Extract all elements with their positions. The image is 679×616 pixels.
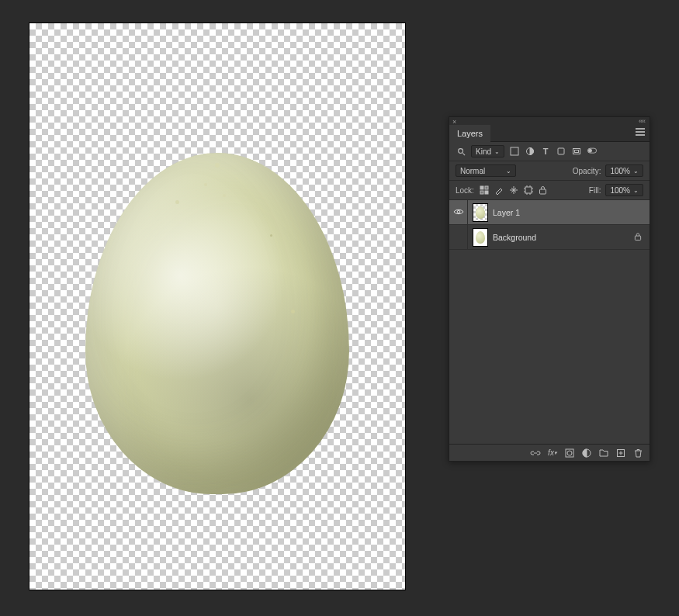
svg-rect-16	[635, 236, 640, 240]
lock-all-icon[interactable]	[538, 185, 549, 196]
eye-icon	[453, 208, 464, 217]
svg-rect-5	[573, 149, 580, 154]
svg-point-8	[588, 149, 591, 152]
blend-row: Normal ⌄ Opacity: 100% ⌄	[449, 161, 650, 181]
layer-row[interactable]: Layer 1	[449, 200, 650, 225]
search-icon[interactable]	[456, 146, 466, 157]
filter-kind-dropdown[interactable]: Kind ⌄	[471, 145, 504, 157]
group-icon[interactable]	[598, 448, 609, 459]
new-layer-icon[interactable]	[615, 448, 626, 459]
lock-position-icon[interactable]	[508, 185, 519, 196]
transparency-grid	[29, 23, 405, 590]
visibility-toggle[interactable]	[449, 200, 468, 224]
canvas-content-egg	[85, 153, 349, 494]
blend-mode-value: Normal	[460, 167, 485, 175]
svg-rect-9	[480, 186, 483, 189]
panel-footer: fx▾	[449, 444, 650, 461]
fill-value: 100%	[610, 186, 630, 195]
tab-layers[interactable]: Layers	[449, 125, 490, 142]
lock-label: Lock:	[456, 186, 474, 195]
opacity-label: Opacity:	[573, 167, 601, 175]
chevron-down-icon: ⌄	[633, 168, 639, 175]
opacity-value: 100%	[610, 167, 630, 175]
panel-tabs: Layers	[449, 125, 650, 142]
svg-rect-10	[485, 186, 488, 189]
filter-shape-icon[interactable]	[556, 146, 566, 157]
svg-point-18	[567, 451, 572, 455]
svg-rect-2	[511, 147, 518, 155]
blend-mode-dropdown[interactable]: Normal ⌄	[456, 164, 516, 177]
document-canvas[interactable]	[29, 23, 405, 590]
layer-filter-row: Kind ⌄ T	[449, 142, 650, 161]
delete-layer-icon[interactable]	[632, 448, 643, 459]
svg-rect-12	[485, 191, 488, 194]
lock-pixels-icon[interactable]	[494, 185, 504, 196]
lock-transparency-icon[interactable]	[479, 185, 490, 196]
visibility-toggle[interactable]	[449, 225, 468, 249]
svg-rect-11	[480, 191, 483, 194]
filter-toggle-icon[interactable]	[587, 146, 598, 157]
filter-smart-icon[interactable]	[571, 146, 582, 157]
lock-row: Lock: Fill: 100% ⌄	[449, 181, 650, 200]
fill-label: Fill:	[589, 186, 601, 195]
layer-thumbnail[interactable]	[473, 228, 488, 247]
filter-type-icon[interactable]: T	[540, 146, 551, 157]
filter-pixel-icon[interactable]	[509, 146, 520, 157]
layer-list: Layer 1 Background	[449, 200, 650, 444]
layer-style-icon[interactable]: fx▾	[547, 448, 558, 459]
svg-rect-14	[540, 189, 546, 194]
link-layers-icon[interactable]	[530, 448, 541, 459]
lock-artboard-icon[interactable]	[523, 185, 534, 196]
chevron-down-icon: ⌄	[633, 187, 639, 194]
filter-adjustment-icon[interactable]	[525, 146, 535, 157]
layer-mask-icon[interactable]	[564, 448, 575, 459]
lock-icon	[634, 232, 642, 243]
svg-point-0	[458, 148, 462, 153]
panel-menu-icon[interactable]	[636, 128, 645, 136]
svg-point-15	[457, 210, 460, 213]
layer-thumbnail[interactable]	[473, 203, 488, 222]
chevron-down-icon: ⌄	[506, 168, 511, 175]
opacity-dropdown[interactable]: 100% ⌄	[605, 164, 643, 177]
panel-topbar: × ««	[449, 117, 650, 125]
svg-rect-4	[558, 148, 564, 154]
svg-line-1	[462, 153, 465, 155]
svg-rect-13	[525, 187, 532, 193]
layers-panel: × «« Layers Kind ⌄ T	[449, 116, 650, 462]
adjustment-layer-icon[interactable]	[581, 448, 592, 459]
svg-rect-6	[575, 151, 579, 153]
collapse-icon[interactable]: ««	[639, 117, 645, 125]
layer-name-label: Background	[493, 233, 536, 242]
chevron-down-icon: ⌄	[494, 148, 500, 155]
layer-row[interactable]: Background	[449, 225, 650, 250]
filter-kind-label: Kind	[476, 147, 491, 156]
layer-name-label: Layer 1	[493, 208, 520, 217]
fill-dropdown[interactable]: 100% ⌄	[605, 184, 643, 196]
